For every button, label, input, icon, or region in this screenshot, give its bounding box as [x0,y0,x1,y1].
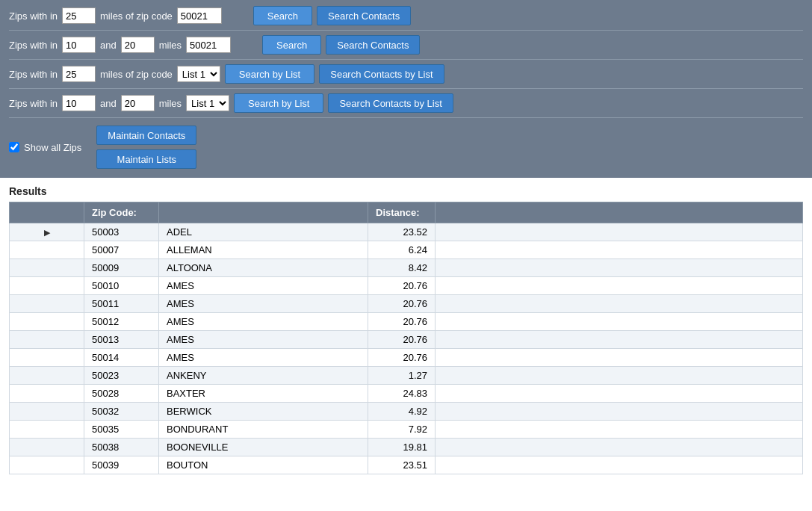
show-all-label: Show all Zips [24,142,81,153]
table-row[interactable]: 50014AMES20.76 [10,349,803,367]
cell-zip: 50013 [84,331,159,349]
cell-extra [436,241,803,259]
cell-distance: 20.76 [368,313,436,331]
cell-zip: 50039 [84,456,159,474]
row3-mid-label: miles of zip code [100,69,173,80]
cell-city: AMES [159,331,368,349]
cell-extra [436,456,803,474]
table-row[interactable]: 50028BAXTER24.83 [10,385,803,403]
cell-zip: 50007 [84,241,159,259]
row4-miles-from-input[interactable] [62,95,96,111]
table-row[interactable]: 50023ANKENY1.27 [10,367,803,385]
row1-search-contacts-button[interactable]: Search Contacts [317,6,411,25]
table-row[interactable]: 50035BONDURANT7.92 [10,421,803,439]
row1-prefix: Zips with in [9,10,58,22]
row3-search-by-list-button[interactable]: Search by List [225,64,314,84]
cell-distance: 6.24 [368,241,436,259]
row1-search-button[interactable]: Search [253,6,312,25]
cell-zip: 50003 [84,223,159,241]
row4-search-contacts-by-list-button[interactable]: Search Contacts by List [328,93,453,113]
row2-search-contacts-button[interactable]: Search Contacts [326,35,420,55]
row2-miles-to-input[interactable] [121,37,155,53]
cell-city: BERWICK [159,403,368,421]
row3-prefix: Zips with in [9,69,58,80]
row2-miles-from-input[interactable] [62,37,96,53]
row-selected-indicator: ▶ [44,228,50,237]
cell-city: ALLEMAN [159,241,368,259]
maintain-contacts-button[interactable]: Maintain Contacts [96,126,196,145]
cell-extra [436,367,803,385]
row2-search-button[interactable]: Search [262,35,321,55]
table-row[interactable]: 50010AMES20.76 [10,277,803,295]
row3-miles-input[interactable] [62,66,96,82]
cell-extra [436,403,803,421]
search-row-3: Zips with in miles of zip code List 1 Li… [9,64,803,89]
top-panel: Zips with in miles of zip code Search Se… [0,0,812,178]
cell-city: BAXTER [159,385,368,403]
table-row[interactable]: 50032BERWICK4.92 [10,403,803,421]
table-row[interactable]: 50038BOONEVILLE19.81 [10,439,803,456]
show-all-row: Show all Zips Maintain Contacts Maintain… [9,123,803,172]
table-row[interactable]: 50039BOUTON23.51 [10,456,803,474]
row4-and-label: and [100,98,117,109]
col-header-distance: Distance: [368,202,436,223]
cell-zip: 50010 [84,277,159,295]
cell-extra [436,223,803,241]
cell-zip: 50009 [84,259,159,277]
search-row-1: Zips with in miles of zip code Search Se… [9,6,803,31]
table-header-row: Zip Code: Distance: [10,202,803,223]
cell-city: ALTOONA [159,259,368,277]
row1-mid-label: miles of zip code [100,10,173,22]
cell-extra [436,331,803,349]
row4-prefix: Zips with in [9,98,58,109]
cell-zip: 50032 [84,403,159,421]
table-row[interactable]: ▶50003ADEL23.52 [10,223,803,241]
cell-city: AMES [159,313,368,331]
cell-distance: 20.76 [368,295,436,313]
row4-miles-label: miles [159,98,182,109]
table-row[interactable]: 50009ALTOONA8.42 [10,259,803,277]
maintain-lists-button[interactable]: Maintain Lists [96,149,196,169]
show-all-zips-checkbox[interactable] [9,142,19,152]
cell-extra [436,349,803,367]
row2-zip-input[interactable] [186,37,231,53]
cell-distance: 8.42 [368,259,436,277]
row1-miles-input[interactable] [62,7,96,24]
table-row[interactable]: 50012AMES20.76 [10,313,803,331]
cell-zip: 50023 [84,367,159,385]
cell-distance: 20.76 [368,331,436,349]
cell-extra [436,313,803,331]
col-header-extra [436,202,803,223]
cell-zip: 50028 [84,385,159,403]
cell-distance: 20.76 [368,349,436,367]
cell-city: ANKENY [159,367,368,385]
action-buttons: Maintain Contacts Maintain Lists [96,126,196,169]
row3-search-contacts-by-list-button[interactable]: Search Contacts by List [319,64,444,84]
cell-distance: 20.76 [368,277,436,295]
row2-and-label: and [100,40,117,51]
table-row[interactable]: 50011AMES20.76 [10,295,803,313]
row4-list-select[interactable]: List 1 List 2 List 3 [186,95,229,111]
row4-miles-to-input[interactable] [121,95,155,111]
cell-city: BONDURANT [159,421,368,439]
cell-extra [436,259,803,277]
cell-distance: 19.81 [368,439,436,456]
results-title: Results [9,185,803,197]
cell-extra [436,295,803,313]
cell-distance: 7.92 [368,421,436,439]
row3-list-select[interactable]: List 1 List 2 List 3 [177,66,220,82]
row4-search-by-list-button[interactable]: Search by List [234,93,323,113]
cell-zip: 50035 [84,421,159,439]
row2-prefix: Zips with in [9,40,58,51]
table-row[interactable]: 50007ALLEMAN6.24 [10,241,803,259]
cell-distance: 4.92 [368,403,436,421]
cell-city: BOUTON [159,456,368,474]
cell-extra [436,277,803,295]
cell-extra [436,439,803,456]
cell-distance: 24.83 [368,385,436,403]
cell-zip: 50012 [84,313,159,331]
table-row[interactable]: 50013AMES20.76 [10,331,803,349]
cell-distance: 23.51 [368,456,436,474]
results-section: Results Zip Code: Distance: ▶50003ADEL23… [0,178,812,482]
row1-zip-input[interactable] [177,7,222,24]
